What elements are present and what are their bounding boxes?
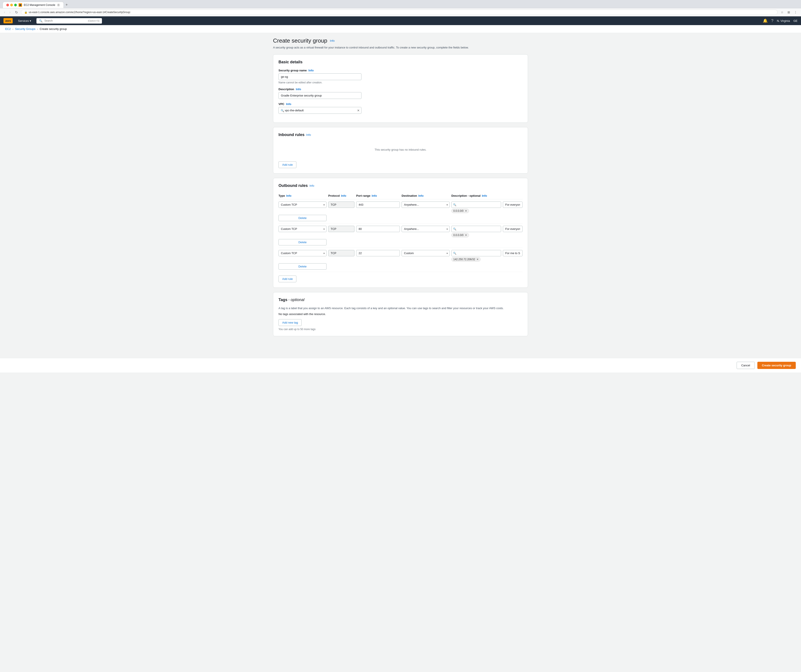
- vpc-input[interactable]: [278, 107, 362, 114]
- outbound-rule-row-3: Custom TCP ▾ Custom ▾: [278, 248, 523, 272]
- minimize-window-btn[interactable]: [10, 4, 13, 6]
- tags-limit: You can add up to 50 more tags: [278, 328, 523, 331]
- rule1-dest-tag-remove-btn[interactable]: ✕: [465, 209, 467, 212]
- rule2-dest-select-wrapper: Anywhere... ▾: [402, 226, 450, 232]
- rule1-port-input[interactable]: [356, 201, 400, 208]
- inbound-rules-section: Inbound rules Info This security group h…: [273, 127, 528, 174]
- active-tab[interactable]: ⬛ EC2 Management Console ✕: [3, 2, 64, 8]
- page-description: A security group acts as a virtual firew…: [273, 46, 528, 49]
- rule2-dest-search-wrapper: 🔍: [451, 226, 501, 232]
- rule1-protocol-input: [328, 201, 354, 208]
- menu-button[interactable]: ⋮: [793, 10, 798, 15]
- description-info-link[interactable]: Info: [296, 87, 301, 91]
- rule1-delete-button[interactable]: Delete: [278, 215, 327, 221]
- breadcrumb-security-groups[interactable]: Security Groups: [15, 27, 35, 31]
- security-group-name-group: Security group name Info Name cannot be …: [278, 69, 523, 84]
- rule2-delete-button[interactable]: Delete: [278, 239, 327, 245]
- page-footer: Cancel Create security group: [0, 358, 801, 372]
- bookmark-button[interactable]: ☆: [779, 10, 785, 15]
- close-window-btn[interactable]: [6, 4, 9, 6]
- col-port: Port range Info: [356, 194, 400, 197]
- services-menu-button[interactable]: Services ▾: [16, 18, 33, 24]
- rule3-dest-search-input[interactable]: [451, 250, 501, 256]
- rule1-dest-search-wrapper: 🔍: [451, 201, 501, 208]
- create-security-group-button[interactable]: Create security group: [758, 362, 796, 369]
- vpc-label: VPC Info: [278, 102, 523, 106]
- cancel-button[interactable]: Cancel: [737, 362, 754, 369]
- protocol-info-link[interactable]: Info: [341, 194, 346, 197]
- vpc-info-link[interactable]: Info: [286, 102, 291, 106]
- outbound-rule-row-1: Custom TCP ▾ Anywhere... ▾: [278, 199, 523, 224]
- breadcrumb: EC2 › Security Groups › Create security …: [0, 25, 801, 33]
- outbound-info-link[interactable]: Info: [309, 184, 314, 187]
- rule2-description-field[interactable]: [503, 226, 523, 232]
- rule3-dest-tag-value: 142.250.72.206/32: [453, 258, 475, 261]
- breadcrumb-sep-1: ›: [13, 28, 13, 31]
- help-icon[interactable]: ?: [771, 19, 773, 23]
- rule1-type-select[interactable]: Custom TCP: [278, 201, 327, 208]
- forward-button[interactable]: ›: [8, 10, 12, 15]
- tags-subtitle: - optional: [288, 298, 304, 302]
- breadcrumb-current: Create security group: [40, 27, 67, 31]
- rule1-dest-tag: 0.0.0.0/0 ✕: [451, 209, 469, 213]
- rule3-delete-button[interactable]: Delete: [278, 263, 327, 270]
- search-bar[interactable]: 🔍 [Option+S]: [37, 18, 102, 24]
- name-info-link[interactable]: Info: [309, 69, 314, 72]
- breadcrumb-sep-2: ›: [37, 28, 38, 31]
- outbound-add-rule-button[interactable]: Add rule: [278, 276, 296, 282]
- no-tags-message: No tags associated with the resource.: [278, 313, 523, 316]
- vpc-clear-button[interactable]: ✕: [357, 109, 360, 112]
- rule2-type-select[interactable]: Custom TCP: [278, 226, 327, 232]
- region-selector[interactable]: N. Virginia: [777, 19, 790, 23]
- rule2-dest-input-wrapper: 🔍 0.0.0.0/0 ✕: [451, 226, 501, 237]
- rule1-dest-search-input[interactable]: [451, 201, 501, 208]
- address-bar[interactable]: 🔒 us-east-1.console.aws.amazon.com/ec2/h…: [21, 10, 778, 15]
- content-wrapper: Create security group Info A security gr…: [270, 33, 531, 358]
- page-info-link[interactable]: Info: [330, 39, 335, 42]
- account-label[interactable]: GE: [793, 19, 798, 23]
- outbound-rule-row-2: Custom TCP ▾ Anywhere... ▾: [278, 224, 523, 248]
- rule3-port-input[interactable]: [356, 250, 400, 256]
- description-label: Description Info: [278, 87, 523, 91]
- name-hint: Name cannot be edited after creation.: [278, 81, 523, 84]
- back-button[interactable]: ‹: [3, 10, 6, 15]
- destination-info-link[interactable]: Info: [418, 194, 424, 197]
- port-info-link[interactable]: Info: [372, 194, 377, 197]
- basic-details-section: Basic details Security group name Info N…: [273, 54, 528, 123]
- col-destination: Destination Info: [402, 194, 450, 197]
- rule1-description-field[interactable]: [503, 201, 523, 208]
- rule2-dest-search-input[interactable]: [451, 226, 501, 232]
- add-tag-button[interactable]: Add new tag: [278, 319, 302, 326]
- extensions-button[interactable]: ⊞: [786, 10, 791, 15]
- rule2-dest-tag-value: 0.0.0.0/0: [453, 234, 463, 237]
- rule1-dest-input-wrapper: 🔍 0.0.0.0/0 ✕: [451, 201, 501, 213]
- rule3-type-select[interactable]: Custom TCP: [278, 250, 327, 256]
- maximize-window-btn[interactable]: [14, 4, 17, 6]
- description-input[interactable]: [278, 92, 362, 99]
- rule3-dest-search-icon: 🔍: [453, 252, 456, 255]
- rule3-dest-search-wrapper: 🔍: [451, 250, 501, 256]
- rule2-dest-tag-remove-btn[interactable]: ✕: [465, 234, 467, 237]
- security-group-name-input[interactable]: [278, 73, 362, 80]
- notifications-icon[interactable]: 🔔: [763, 18, 767, 23]
- reload-button[interactable]: ↻: [14, 10, 19, 15]
- description-col-info-link[interactable]: Info: [482, 194, 487, 197]
- rule3-description-field[interactable]: [503, 250, 523, 256]
- rule3-dest-tag-remove-btn[interactable]: ✕: [476, 258, 479, 261]
- rule1-protocol: [328, 201, 354, 208]
- rule3-dest-select[interactable]: Custom: [402, 250, 450, 256]
- inbound-add-rule-button[interactable]: Add rule: [278, 161, 296, 168]
- inbound-info-link[interactable]: Info: [306, 133, 311, 137]
- new-tab-button[interactable]: +: [64, 2, 70, 8]
- rule2-dest-select[interactable]: Anywhere...: [402, 226, 450, 232]
- breadcrumb-ec2[interactable]: EC2: [5, 27, 11, 31]
- services-chevron-icon: ▾: [30, 19, 31, 23]
- rule1-dest-select[interactable]: Anywhere...: [402, 201, 450, 208]
- type-info-link[interactable]: Info: [286, 194, 291, 197]
- tab-close-btn[interactable]: ✕: [57, 3, 60, 6]
- search-input[interactable]: [44, 19, 86, 22]
- rule1-port: [356, 201, 400, 208]
- rule2-protocol-input: [328, 226, 354, 232]
- rule2-port-input[interactable]: [356, 226, 400, 232]
- rule2-protocol: [328, 226, 354, 232]
